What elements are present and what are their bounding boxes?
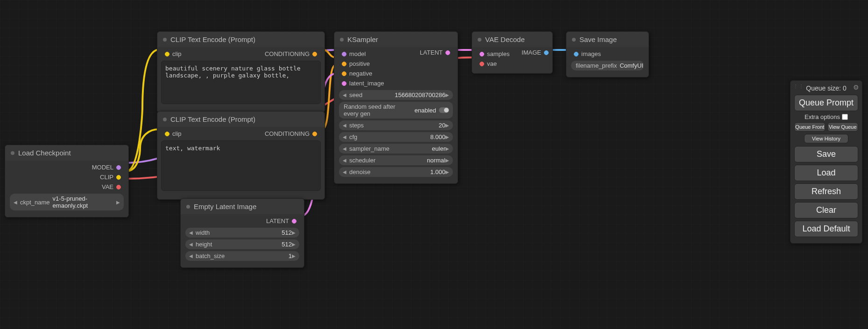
widget-scheduler[interactable]: ◀schedulernormal▶ [339, 155, 453, 165]
prompt-textarea[interactable] [161, 61, 321, 104]
toggle-icon[interactable] [439, 107, 449, 113]
chevron-left-icon[interactable]: ◀ [343, 92, 346, 98]
load-button[interactable]: Load [794, 165, 858, 181]
widget-ckpt-name[interactable]: ◀ ckpt_name v1-5-pruned-emaonly.ckpt ▶ [10, 194, 124, 210]
save-button[interactable]: Save [794, 146, 858, 162]
queue-prompt-button[interactable]: Queue Prompt [794, 95, 858, 111]
chevron-left-icon[interactable]: ◀ [343, 123, 346, 128]
node-ksampler[interactable]: KSampler model LATENT positive negative … [334, 31, 458, 184]
node-header[interactable]: CLIP Text Encode (Prompt) [157, 32, 325, 47]
widget-steps[interactable]: ◀steps20▶ [339, 120, 453, 130]
chevron-right-icon[interactable]: ▶ [445, 134, 449, 140]
output-model: MODEL [9, 162, 125, 172]
node-title: KSampler [347, 35, 378, 43]
output-image: IMAGE [522, 49, 551, 56]
load-default-button[interactable]: Load Default [794, 221, 858, 237]
chevron-right-icon[interactable]: ▶ [445, 146, 449, 151]
chevron-right-icon[interactable]: ▶ [292, 230, 296, 235]
refresh-button[interactable]: Refresh [794, 183, 858, 200]
widget-batch-size[interactable]: ◀batch_size1▶ [185, 251, 299, 261]
widget-filename-prefix[interactable]: filename_prefixComfyUI [571, 61, 644, 70]
extra-options-checkbox[interactable] [842, 114, 848, 120]
node-header[interactable]: Empty Latent Image [181, 199, 304, 214]
widget-seed[interactable]: ◀seed156680208700286▶ [339, 90, 453, 100]
widget-sampler-name[interactable]: ◀sampler_nameeuler▶ [339, 144, 453, 154]
port-latent-in[interactable] [342, 81, 346, 86]
widget-cfg[interactable]: ◀cfg8.000▶ [339, 132, 453, 142]
port-clip[interactable] [116, 175, 121, 180]
node-title: Save Image [579, 35, 617, 43]
node-header[interactable]: KSampler [334, 32, 458, 47]
collapse-dot-icon [11, 151, 14, 155]
port-model[interactable] [116, 165, 121, 170]
node-header[interactable]: VAE Decode [472, 32, 552, 47]
port-clip-in[interactable] [165, 132, 169, 136]
output-conditioning: CONDITIONING [264, 129, 321, 139]
chevron-left-icon[interactable]: ◀ [343, 169, 346, 175]
collapse-dot-icon [163, 118, 167, 121]
node-header[interactable]: Save Image [566, 32, 649, 47]
node-load-checkpoint[interactable]: Load Checkpoint MODEL CLIP VAE ◀ ckpt_na… [5, 145, 129, 217]
output-clip: CLIP [9, 172, 125, 182]
input-images: images [570, 49, 645, 59]
chevron-left-icon[interactable]: ◀ [343, 146, 346, 151]
port-samples-in[interactable] [480, 52, 484, 56]
chevron-right-icon[interactable]: ▶ [445, 123, 449, 128]
port-image-out[interactable] [544, 50, 549, 55]
port-latent-out[interactable] [292, 219, 296, 224]
port-conditioning-out[interactable] [312, 52, 317, 56]
output-conditioning: CONDITIONING [264, 49, 321, 59]
output-vae: VAE [9, 182, 125, 192]
node-title: Load Checkpoint [18, 149, 71, 157]
view-queue-button[interactable]: View Queue [827, 122, 859, 132]
chevron-right-icon[interactable]: ▶ [292, 242, 296, 247]
node-title: VAE Decode [485, 35, 525, 43]
port-model-in[interactable] [342, 52, 346, 56]
chevron-left-icon[interactable]: ◀ [14, 200, 17, 205]
node-vae-decode[interactable]: VAE Decode samples IMAGE vae [472, 31, 553, 74]
input-positive: positive [338, 59, 454, 69]
widget-height[interactable]: ◀height512▶ [185, 239, 299, 249]
node-clip-text-encode-positive[interactable]: CLIP Text Encode (Prompt) clip CONDITION… [157, 31, 325, 113]
port-vae[interactable] [116, 185, 121, 189]
chevron-right-icon[interactable]: ▶ [292, 253, 296, 259]
node-empty-latent-image[interactable]: Empty Latent Image LATENT ◀width512▶ ◀he… [180, 198, 304, 268]
node-save-image[interactable]: Save Image images filename_prefixComfyUI [566, 31, 649, 77]
node-title: CLIP Text Encode (Prompt) [170, 35, 255, 43]
node-header[interactable]: CLIP Text Encode (Prompt) [157, 112, 325, 127]
widget-denoise[interactable]: ◀denoise1.000▶ [339, 167, 453, 177]
chevron-left-icon[interactable]: ◀ [189, 230, 193, 235]
gear-icon[interactable]: ⚙ [853, 84, 859, 91]
grip-icon[interactable]: ⋮⋮ [793, 84, 804, 89]
port-clip-in[interactable] [165, 52, 169, 56]
chevron-right-icon[interactable]: ▶ [445, 169, 449, 175]
port-latent-out[interactable] [445, 50, 450, 55]
chevron-left-icon[interactable]: ◀ [343, 134, 346, 140]
queue-front-button[interactable]: Queue Front [794, 122, 826, 132]
prompt-textarea[interactable] [161, 140, 321, 191]
control-panel[interactable]: ⋮⋮ ⚙ Queue size: 0 Queue Prompt Extra op… [790, 80, 862, 244]
chevron-left-icon[interactable]: ◀ [343, 158, 346, 163]
chevron-right-icon[interactable]: ▶ [116, 200, 120, 205]
node-clip-text-encode-negative[interactable]: CLIP Text Encode (Prompt) clip CONDITION… [157, 111, 325, 200]
view-history-button[interactable]: View History [804, 134, 849, 143]
widget-random-seed[interactable]: Random seed after every genenabled [339, 102, 453, 119]
chevron-right-icon[interactable]: ▶ [445, 158, 449, 163]
widget-width[interactable]: ◀width512▶ [185, 228, 299, 238]
collapse-dot-icon [163, 38, 167, 42]
chevron-left-icon[interactable]: ◀ [189, 253, 193, 259]
clear-button[interactable]: Clear [794, 202, 858, 218]
extra-options-row[interactable]: Extra options [794, 113, 858, 120]
node-header[interactable]: Load Checkpoint [5, 145, 128, 161]
chevron-left-icon[interactable]: ◀ [189, 242, 193, 247]
chevron-right-icon[interactable]: ▶ [445, 92, 449, 98]
port-vae-in[interactable] [480, 62, 484, 66]
input-latent-image: latent_image [338, 78, 454, 88]
port-negative-in[interactable] [342, 71, 346, 76]
port-conditioning-out[interactable] [312, 132, 317, 136]
port-images-in[interactable] [574, 52, 579, 56]
node-title: CLIP Text Encode (Prompt) [170, 115, 255, 123]
input-clip: clip [161, 129, 183, 139]
port-positive-in[interactable] [342, 62, 346, 66]
input-clip: clip [161, 49, 183, 59]
